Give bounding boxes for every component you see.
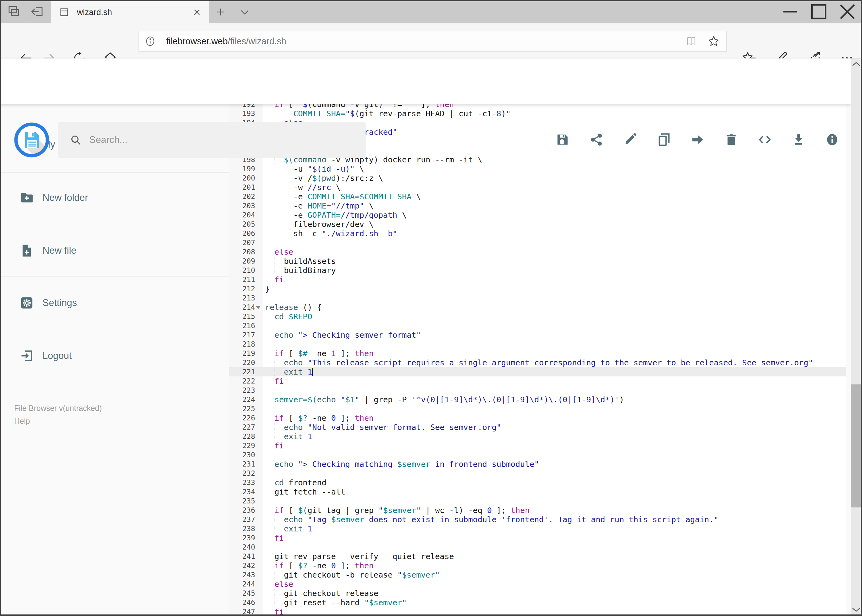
code-line[interactable]: 222 fi [229, 376, 846, 386]
code-line[interactable]: 200 -v /$(pwd):/src:z \ [229, 173, 846, 183]
code-line[interactable]: 202 -e COMMIT_SHA=$COMMIT_SHA \ [229, 192, 846, 201]
help-link[interactable]: Help [14, 415, 102, 427]
indent-guide [284, 110, 284, 118]
code-line[interactable]: 219 if [ $# -ne 1 ]; then [229, 349, 846, 358]
code-line[interactable]: 214release () { [229, 303, 846, 312]
code-line[interactable]: 227 echo "Not valid semver format. See s… [229, 423, 846, 432]
code-line[interactable]: 223 [229, 386, 846, 395]
tab-list-chevron-icon[interactable] [240, 9, 250, 16]
maximize-icon[interactable] [804, 0, 833, 24]
code-line[interactable]: 212} [229, 284, 846, 293]
code-line[interactable]: 240 [229, 542, 846, 552]
sidebar-item-settings[interactable]: Settings [0, 289, 229, 317]
code-line[interactable]: 225 [229, 404, 846, 413]
line-number: 204 [229, 211, 263, 220]
sidebar-item-new-folder[interactable]: New folder [0, 184, 229, 212]
download-icon[interactable] [792, 133, 805, 146]
minimize-icon[interactable] [776, 0, 804, 24]
tab-close-icon[interactable] [192, 7, 202, 17]
code-content: 192 if [ "$(command -v git)" != "" ]; th… [229, 104, 846, 616]
code-text: exit 1 [263, 432, 312, 441]
code-line[interactable]: 232 [229, 469, 846, 478]
code-line[interactable]: 217 echo "> Checking semver format" [229, 330, 846, 339]
code-line[interactable]: 245 git checkout release [229, 589, 846, 598]
code-line[interactable]: 201 -w //src \ [229, 183, 846, 192]
line-number: 232 [229, 469, 263, 478]
code-line[interactable]: 230 [229, 450, 846, 459]
code-line[interactable]: 206 sh -c "./wizard.sh -b" [229, 229, 846, 238]
close-icon[interactable] [833, 0, 862, 24]
search-input[interactable] [89, 134, 348, 146]
search-bar[interactable] [58, 122, 366, 158]
delete-icon[interactable] [725, 133, 738, 146]
code-editor[interactable]: 192 if [ "$(command -v git)" != "" ]; th… [229, 104, 846, 616]
line-number: 223 [229, 386, 263, 395]
code-line[interactable]: 209 buildAssets [229, 256, 846, 266]
code-text [263, 469, 265, 478]
new-tab-icon[interactable] [216, 7, 226, 17]
code-line[interactable]: 216 [229, 321, 846, 330]
line-number: 238 [229, 524, 263, 533]
code-icon[interactable] [758, 133, 772, 146]
code-line[interactable]: 233 cd frontend [229, 478, 846, 487]
code-line[interactable]: 211 fi [229, 275, 846, 284]
sidebar-item-logout[interactable]: Logout [0, 342, 229, 370]
reading-view-icon[interactable] [685, 36, 697, 47]
save-icon[interactable] [556, 133, 569, 146]
code-line[interactable]: 221 exit 1 [229, 367, 846, 376]
tab-wizard-sh[interactable]: wizard.sh [51, 1, 209, 24]
code-line[interactable]: 204 -e GOPATH=//tmp/gopath \ [229, 211, 846, 220]
code-line[interactable]: 238 exit 1 [229, 524, 846, 533]
code-line[interactable]: 228 exit 1 [229, 432, 846, 441]
code-line[interactable]: 215 cd $REPO [229, 312, 846, 321]
indent-guide [274, 257, 275, 265]
code-line[interactable]: 235 [229, 497, 846, 506]
text-cursor [312, 368, 313, 376]
code-line[interactable]: 234 git fetch --all [229, 487, 846, 497]
code-line[interactable]: 203 -e HOME="//tmp" \ [229, 201, 846, 211]
filebrowser-logo[interactable] [14, 123, 49, 157]
code-line[interactable]: 199 -u "$(id -u)" \ [229, 164, 846, 173]
scroll-up-icon[interactable] [851, 59, 861, 69]
code-line[interactable]: 244 else [229, 580, 846, 589]
set-tabs-aside-icon[interactable] [31, 5, 44, 19]
code-line[interactable]: 243 git checkout -b release "$semver" [229, 570, 846, 580]
code-line[interactable]: 220 echo "This release script requires a… [229, 358, 846, 367]
code-line[interactable]: 213 [229, 293, 846, 303]
address-bar[interactable]: filebrowser.web/files/wizard.sh [139, 31, 727, 52]
code-line[interactable]: 210 buildBinary [229, 266, 846, 275]
vertical-scrollbar[interactable] [851, 58, 861, 615]
copy-icon[interactable] [657, 133, 671, 146]
code-line[interactable]: 239 fi [229, 533, 846, 542]
code-line[interactable]: 236 if [ $(git tag | grep "$semver" | wc… [229, 506, 846, 515]
code-line[interactable]: 192 if [ "$(command -v git)" != "" ]; th… [229, 104, 846, 109]
code-line[interactable]: 226 if [ $? -ne 0 ]; then [229, 413, 846, 423]
share-icon[interactable] [589, 133, 603, 146]
code-line[interactable]: 242 if [ $? -ne 0 ]; then [229, 561, 846, 570]
tab-preview-icon[interactable] [7, 5, 20, 19]
favorite-star-icon[interactable] [708, 35, 720, 47]
info-icon[interactable] [826, 133, 839, 146]
code-line[interactable]: 231 echo "> Checking matching $semver in… [229, 459, 846, 469]
code-line[interactable]: 207 [229, 238, 846, 247]
scroll-down-icon[interactable] [851, 604, 861, 615]
code-line[interactable]: 237 echo "Tag $semver does not exist in … [229, 515, 846, 524]
code-text: -v /$(pwd):/src:z \ [263, 173, 383, 183]
code-line[interactable]: 224 semver=$(echo "$1" | grep -P '^v(0|[… [229, 395, 846, 404]
code-line[interactable]: 241 git rev-parse --verify --quiet relea… [229, 552, 846, 561]
code-text: buildBinary [263, 266, 336, 275]
code-line[interactable]: 205 filebrowser/dev \ [229, 220, 846, 229]
edit-icon[interactable] [623, 133, 637, 146]
fold-marker-icon[interactable] [256, 306, 261, 309]
url-text[interactable]: filebrowser.web/files/wizard.sh [166, 36, 685, 46]
move-icon[interactable] [690, 133, 704, 146]
scrollbar-thumb[interactable] [851, 384, 861, 508]
sidebar-item-new-file[interactable]: New file [0, 237, 229, 264]
code-line[interactable]: 229 fi [229, 441, 846, 450]
code-line[interactable]: 218 [229, 339, 846, 349]
code-line[interactable]: 193 COMMIT_SHA="$(git rev-parse HEAD | c… [229, 109, 846, 118]
code-line[interactable]: 208 else [229, 247, 846, 256]
line-number: 200 [229, 173, 263, 183]
code-line[interactable]: 246 git reset --hard "$semver" [229, 598, 846, 607]
page-info-icon[interactable] [145, 36, 156, 47]
